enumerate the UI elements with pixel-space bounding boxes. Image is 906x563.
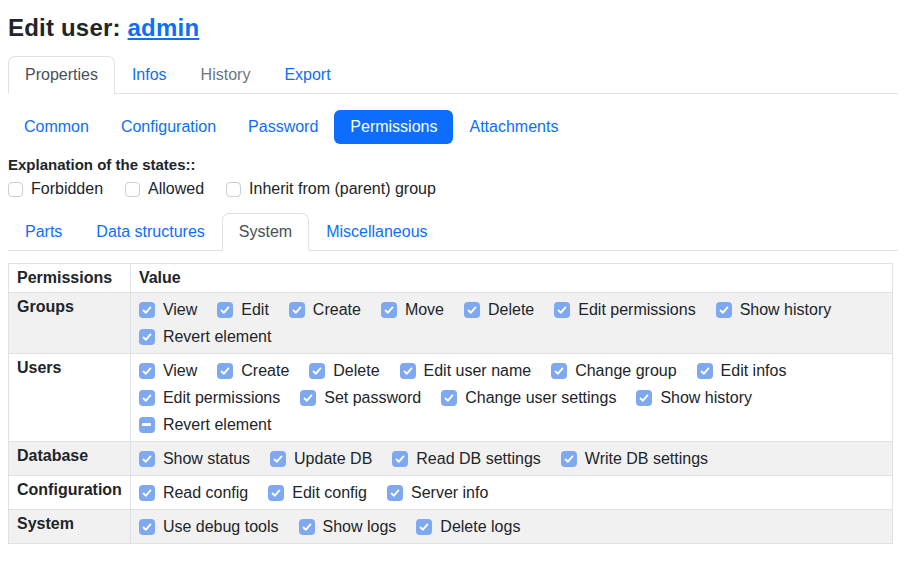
permission-item-label: Show history	[660, 389, 752, 407]
checkbox-icon[interactable]	[139, 329, 155, 345]
checkbox-icon[interactable]	[416, 519, 432, 535]
checkbox-icon[interactable]	[139, 390, 155, 406]
checkbox-icon[interactable]	[139, 363, 155, 379]
permission-checkbox-item: Create	[217, 360, 289, 381]
section-pill-label: Common	[24, 118, 89, 135]
section-pill[interactable]: Permissions	[334, 110, 453, 144]
permission-checkbox-item: Read config	[139, 482, 248, 503]
section-pill[interactable]: Common	[8, 110, 105, 144]
section-pill-label: Attachments	[469, 118, 558, 135]
check-icon	[219, 365, 231, 377]
checkbox-icon[interactable]	[270, 451, 286, 467]
checkbox-icon[interactable]	[217, 302, 233, 318]
permission-tab[interactable]: Data structures	[79, 213, 221, 251]
username-link[interactable]: admin	[128, 14, 200, 41]
check-icon	[443, 392, 455, 404]
checkbox-icon[interactable]	[697, 363, 713, 379]
checkbox-icon[interactable]	[441, 390, 457, 406]
checkbox-icon[interactable]	[217, 363, 233, 379]
main-tab-label: History	[201, 66, 251, 83]
permission-row: Groups View	[9, 293, 893, 354]
check-icon	[718, 304, 730, 316]
permission-row-values: View Create	[130, 354, 892, 442]
checkbox-icon[interactable]	[392, 451, 408, 467]
checkbox-icon[interactable]	[300, 390, 316, 406]
section-pill[interactable]: Configuration	[105, 110, 232, 144]
permission-item-label: Create	[241, 362, 289, 380]
permission-checkbox-item: Delete	[309, 360, 379, 381]
checkbox-icon[interactable]	[400, 363, 416, 379]
permission-items: View Edit	[139, 298, 884, 348]
edit-user-page: Edit user: admin PropertiesInfosHistoryE…	[0, 0, 906, 544]
permission-tab[interactable]: Miscellaneous	[309, 213, 444, 251]
section-pill[interactable]: Password	[232, 110, 334, 144]
permission-item-label: Change user settings	[465, 389, 616, 407]
main-tab-label: Export	[284, 66, 330, 83]
check-icon	[141, 487, 153, 499]
permission-item-label: View	[163, 301, 197, 319]
legend-checkbox-item: Forbidden	[8, 180, 103, 198]
checkbox-icon[interactable]	[289, 302, 305, 318]
permission-item-label: Edit user name	[424, 362, 532, 380]
permission-checkbox-item: Write DB settings	[561, 448, 708, 469]
permission-tab[interactable]: Parts	[8, 213, 79, 251]
permission-checkbox-item: Read DB settings	[392, 448, 541, 469]
main-tab-bar: PropertiesInfosHistoryExport	[8, 56, 898, 94]
check-icon	[699, 365, 711, 377]
legend-item-label: Forbidden	[31, 180, 103, 198]
checkbox-icon[interactable]	[464, 302, 480, 318]
permission-checkbox-item: Set password	[300, 387, 421, 408]
checkbox-icon[interactable]	[309, 363, 325, 379]
checkbox-icon[interactable]	[139, 302, 155, 318]
check-icon	[394, 453, 406, 465]
checkbox-icon[interactable]	[139, 519, 155, 535]
check-icon	[291, 304, 303, 316]
permission-item-label: View	[163, 362, 197, 380]
permission-item-label: Change group	[575, 362, 676, 380]
checkbox-icon[interactable]	[8, 182, 23, 197]
check-icon	[141, 453, 153, 465]
checkbox-icon[interactable]	[561, 451, 577, 467]
checkbox-icon[interactable]	[139, 485, 155, 501]
checkbox-icon[interactable]	[139, 451, 155, 467]
check-icon	[270, 487, 282, 499]
permission-item-label: Edit permissions	[578, 301, 695, 319]
permission-items: Show status Update DB	[139, 447, 884, 470]
permission-row-label: Configuration	[9, 476, 131, 510]
checkbox-icon[interactable]	[554, 302, 570, 318]
table-header-permissions: Permissions	[9, 264, 131, 293]
checkbox-icon[interactable]	[125, 182, 140, 197]
permission-tab-label: Miscellaneous	[326, 223, 427, 240]
legend-item-label: Inherit from (parent) group	[249, 180, 436, 198]
check-icon	[311, 365, 323, 377]
main-tab[interactable]: History	[184, 56, 268, 94]
checkbox-icon[interactable]	[299, 519, 315, 535]
checkbox-icon[interactable]	[636, 390, 652, 406]
checkbox-icon[interactable]	[139, 417, 155, 433]
permission-tab[interactable]: System	[222, 213, 309, 251]
main-tab[interactable]: Export	[267, 56, 347, 94]
permission-checkbox-item: Edit	[217, 299, 269, 320]
permission-checkbox-item: Show status	[139, 448, 250, 469]
permission-checkbox-item: Create	[289, 299, 361, 320]
main-tab[interactable]: Infos	[115, 56, 184, 94]
permission-tab-bar: PartsData structuresSystemMiscellaneous	[8, 213, 898, 251]
checkbox-icon[interactable]	[268, 485, 284, 501]
checkbox-icon[interactable]	[226, 182, 241, 197]
permission-item-label: Show logs	[323, 518, 397, 536]
permission-checkbox-item: Change user settings	[441, 387, 616, 408]
main-tab[interactable]: Properties	[8, 56, 115, 94]
permission-item-label: Edit permissions	[163, 389, 280, 407]
check-icon	[402, 365, 414, 377]
permission-checkbox-item: Edit infos	[697, 360, 787, 381]
permission-checkbox-item: Move	[381, 299, 444, 320]
legend-heading: Explanation of the states::	[8, 156, 898, 173]
checkbox-icon[interactable]	[551, 363, 567, 379]
checkbox-icon[interactable]	[716, 302, 732, 318]
checkbox-icon[interactable]	[381, 302, 397, 318]
checkbox-icon[interactable]	[387, 485, 403, 501]
permission-checkbox-item: Show history	[636, 387, 752, 408]
permission-checkbox-item: View	[139, 299, 197, 320]
permission-item-label: Revert element	[163, 328, 272, 346]
section-pill[interactable]: Attachments	[453, 110, 574, 144]
